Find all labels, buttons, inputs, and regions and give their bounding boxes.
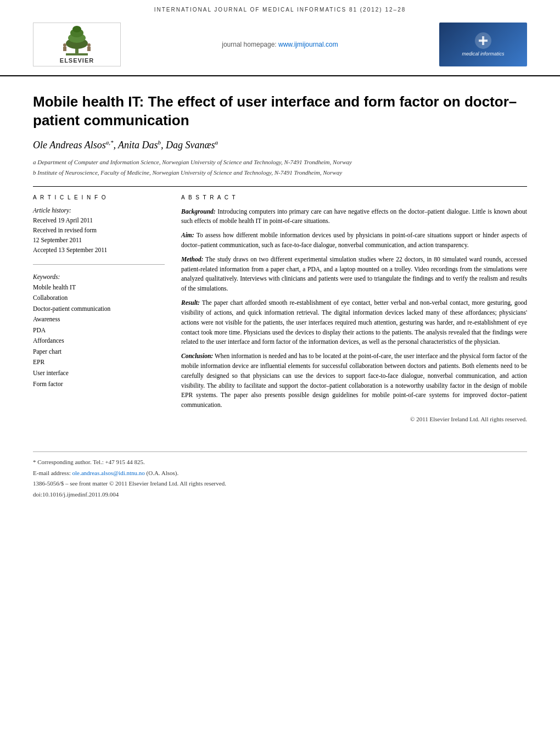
article-title: Mobile health IT: The effect of user int… <box>33 93 527 130</box>
background-text: Introducing computers into primary care … <box>181 208 527 225</box>
med-logo-inner: medical informatics <box>462 32 504 57</box>
method-label: Method: <box>181 256 203 263</box>
conclusion-text: When information is needed and has to be… <box>181 353 527 408</box>
copyright-line: © 2011 Elsevier Ireland Ltd. All rights … <box>181 415 527 424</box>
journal-header: INTERNATIONAL JOURNAL OF MEDICAL INFORMA… <box>0 0 560 76</box>
email-link[interactable]: ole.andreas.alsos@idi.ntnu.no <box>72 470 144 476</box>
svg-rect-7 <box>63 47 66 51</box>
header-logos: ELSEVIER journal homepage: www.ijmijourn… <box>33 18 527 71</box>
author-separator2: , Dag Svanæs <box>161 140 215 150</box>
aim-label: Aim: <box>181 232 194 238</box>
keyword-2: Doctor-patient communication <box>33 304 165 315</box>
article-info-heading: A R T I C L E I N F O <box>33 194 165 200</box>
svg-rect-9 <box>87 47 91 51</box>
main-content: Mobile health IT: The effect of user int… <box>0 76 560 435</box>
journal-homepage: journal homepage: www.ijmijournal.com <box>222 41 338 48</box>
author-name: Ole Andreas Alsos <box>33 140 106 150</box>
main-divider <box>33 186 527 187</box>
conclusion-label: Conclusion: <box>181 353 213 359</box>
left-column: A R T I C L E I N F O Article history: R… <box>33 194 165 424</box>
med-logo-text: medical informatics <box>462 51 504 57</box>
method-text: The study draws on two different experim… <box>181 256 527 292</box>
abstract-aim: Aim: To assess how different mobile info… <box>181 231 527 250</box>
keyword-4: PDA <box>33 325 165 336</box>
svg-rect-1 <box>66 53 88 55</box>
elsevier-logo: ELSEVIER <box>33 23 121 66</box>
authors: Ole Andreas Alsosa,*, Anita Dasb, Dag Sv… <box>33 139 527 151</box>
keyword-8: User interface <box>33 368 165 379</box>
two-col-layout: A R T I C L E I N F O Article history: R… <box>33 194 527 424</box>
keywords-section: Keywords: Mobile health IT Collaboration… <box>33 274 165 389</box>
email-suffix: (O.A. Alsos). <box>145 470 178 476</box>
med-logo-icon <box>475 32 491 49</box>
page-wrapper: INTERNATIONAL JOURNAL OF MEDICAL INFORMA… <box>0 0 560 742</box>
rights-line: 1386-5056/$ – see front matter © 2011 El… <box>33 479 527 488</box>
abstract-method: Method: The study draws on two different… <box>181 255 527 294</box>
abstract-heading: A B S T R A C T <box>181 194 527 200</box>
abstract-result: Result: The paper chart afforded smooth … <box>181 298 527 347</box>
author-separator1: , Anita Das <box>113 140 158 150</box>
email-line: E-mail address: ole.andreas.alsos@idi.nt… <box>33 468 527 478</box>
affiliation-a: a Department of Computer and Information… <box>33 158 527 167</box>
history-revised-date: 12 September 2011 <box>33 236 165 245</box>
history-label: Article history: <box>33 207 165 214</box>
history-received: Received 19 April 2011 <box>33 216 165 225</box>
corresponding-note: * Corresponding author. Tel.: +47 915 44… <box>33 458 527 467</box>
email-label: E-mail address: <box>33 470 71 476</box>
keyword-7: EPR <box>33 357 165 368</box>
keyword-0: Mobile health IT <box>33 282 165 293</box>
med-cross-icon <box>478 35 489 46</box>
abstract-conclusion: Conclusion: When information is needed a… <box>181 352 527 410</box>
svg-point-6 <box>63 43 66 47</box>
history-revised-label: Received in revised form <box>33 226 165 235</box>
keyword-3: Awareness <box>33 314 165 325</box>
keyword-1: Collaboration <box>33 293 165 304</box>
affiliation-b: b Institute of Neuroscience, Faculty of … <box>33 168 527 177</box>
svg-point-8 <box>87 43 91 47</box>
history-accepted: Accepted 13 September 2011 <box>33 246 165 255</box>
background-label: Background: <box>181 208 216 215</box>
homepage-label: journal homepage: <box>222 41 276 48</box>
author-sup-a: a,* <box>106 139 114 146</box>
keyword-5: Affordances <box>33 336 165 347</box>
keywords-label: Keywords: <box>33 274 165 280</box>
affiliations: a Department of Computer and Information… <box>33 158 527 177</box>
result-text: The paper chart afforded smooth re-estab… <box>181 299 527 345</box>
homepage-link[interactable]: www.ijmijournal.com <box>278 41 338 48</box>
result-label: Result: <box>181 299 200 306</box>
doi-line: doi:10.1016/j.ijmedinf.2011.09.004 <box>33 490 527 499</box>
keyword-6: Paper chart <box>33 347 165 358</box>
article-history: Article history: Received 19 April 2011 … <box>33 207 165 255</box>
keyword-9: Form factor <box>33 379 165 390</box>
elsevier-tree-icon <box>49 26 104 56</box>
footer-section: * Corresponding author. Tel.: +47 915 44… <box>33 451 527 511</box>
left-divider <box>33 264 165 265</box>
right-column: A B S T R A C T Background: Introducing … <box>181 194 527 424</box>
abstract-background: Background: Introducing computers into p… <box>181 207 527 227</box>
med-informatics-logo: medical informatics <box>439 23 527 66</box>
aim-text: To assess how different mobile informati… <box>181 232 527 248</box>
abstract-content: Background: Introducing computers into p… <box>181 207 527 424</box>
svg-rect-11 <box>479 40 488 42</box>
author-sup-a2: a <box>215 139 219 146</box>
svg-point-5 <box>72 26 81 32</box>
elsevier-text: ELSEVIER <box>60 57 94 64</box>
journal-title-bar: INTERNATIONAL JOURNAL OF MEDICAL INFORMA… <box>33 7 527 13</box>
